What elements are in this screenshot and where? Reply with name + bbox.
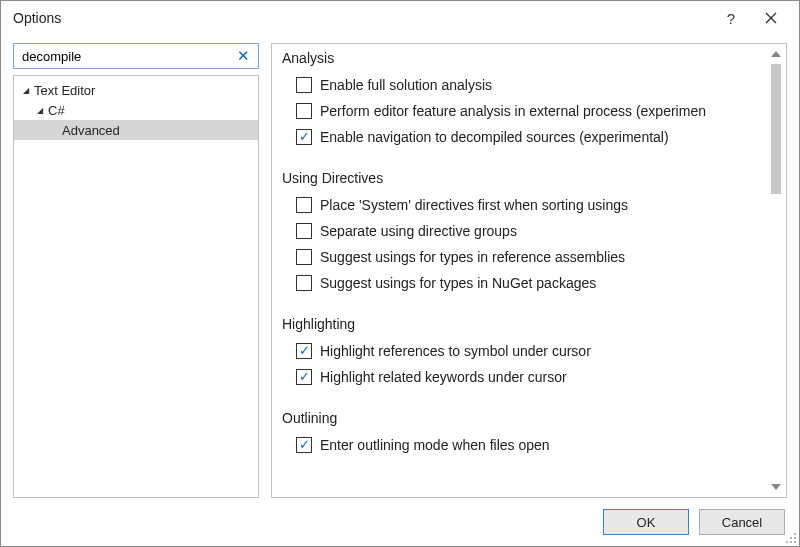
- svg-point-4: [790, 541, 792, 543]
- option-row[interactable]: Highlight references to symbol under cur…: [282, 338, 782, 364]
- option-label: Suggest usings for types in reference as…: [320, 249, 625, 265]
- svg-point-3: [786, 541, 788, 543]
- option-row[interactable]: Highlight related keywords under cursor: [282, 364, 782, 390]
- checkbox[interactable]: [296, 275, 312, 291]
- checkbox[interactable]: [296, 129, 312, 145]
- tree-item[interactable]: Advanced: [14, 120, 258, 140]
- vertical-scrollbar[interactable]: [768, 46, 784, 495]
- resize-grip-icon[interactable]: [783, 530, 797, 544]
- checkbox[interactable]: [296, 343, 312, 359]
- option-label: Suggest usings for types in NuGet packag…: [320, 275, 596, 291]
- option-label: Highlight references to symbol under cur…: [320, 343, 591, 359]
- tree-collapse-icon[interactable]: ◢: [34, 106, 46, 115]
- search-input[interactable]: [20, 48, 235, 65]
- tree-collapse-icon[interactable]: ◢: [20, 86, 32, 95]
- close-button[interactable]: [751, 4, 791, 32]
- svg-point-0: [794, 533, 796, 535]
- help-icon: ?: [727, 10, 735, 27]
- left-panel: ✕ ◢Text Editor◢C#Advanced: [13, 43, 259, 498]
- tree-item-label: C#: [48, 103, 65, 118]
- options-tree[interactable]: ◢Text Editor◢C#Advanced: [13, 75, 259, 498]
- scroll-down-icon[interactable]: [768, 479, 784, 495]
- titlebar: Options ?: [1, 1, 799, 35]
- scroll-up-icon[interactable]: [768, 46, 784, 62]
- group-title: Analysis: [282, 50, 782, 66]
- option-label: Enter outlining mode when files open: [320, 437, 550, 453]
- svg-point-2: [794, 537, 796, 539]
- help-button[interactable]: ?: [711, 4, 751, 32]
- checkbox[interactable]: [296, 249, 312, 265]
- close-icon: [765, 10, 777, 27]
- option-label: Enable navigation to decompiled sources …: [320, 129, 669, 145]
- option-row[interactable]: Enter outlining mode when files open: [282, 432, 782, 458]
- option-row[interactable]: Suggest usings for types in NuGet packag…: [282, 270, 782, 296]
- option-row[interactable]: Place 'System' directives first when sor…: [282, 192, 782, 218]
- cancel-button[interactable]: Cancel: [699, 509, 785, 535]
- option-label: Highlight related keywords under cursor: [320, 369, 567, 385]
- checkbox[interactable]: [296, 223, 312, 239]
- settings-scroll: AnalysisEnable full solution analysisPer…: [282, 50, 782, 497]
- checkbox[interactable]: [296, 77, 312, 93]
- option-label: Perform editor feature analysis in exter…: [320, 103, 706, 119]
- tree-item[interactable]: ◢C#: [14, 100, 258, 120]
- option-row[interactable]: Enable full solution analysis: [282, 72, 782, 98]
- search-box[interactable]: ✕: [13, 43, 259, 69]
- option-row[interactable]: Enable navigation to decompiled sources …: [282, 124, 782, 150]
- option-label: Place 'System' directives first when sor…: [320, 197, 628, 213]
- group-title: Outlining: [282, 410, 782, 426]
- checkbox[interactable]: [296, 369, 312, 385]
- tree-item-label: Text Editor: [34, 83, 95, 98]
- ok-button[interactable]: OK: [603, 509, 689, 535]
- clear-search-icon[interactable]: ✕: [235, 47, 252, 65]
- settings-pane: AnalysisEnable full solution analysisPer…: [271, 43, 787, 498]
- options-dialog: Options ? ✕ ◢Text Editor◢C#Advanced Anal…: [0, 0, 800, 547]
- checkbox[interactable]: [296, 197, 312, 213]
- group-title: Using Directives: [282, 170, 782, 186]
- option-row[interactable]: Perform editor feature analysis in exter…: [282, 98, 782, 124]
- window-title: Options: [13, 10, 711, 26]
- option-label: Separate using directive groups: [320, 223, 517, 239]
- option-row[interactable]: Separate using directive groups: [282, 218, 782, 244]
- group-title: Highlighting: [282, 316, 782, 332]
- scrollbar-thumb[interactable]: [771, 64, 781, 194]
- svg-point-5: [794, 541, 796, 543]
- right-panel: AnalysisEnable full solution analysisPer…: [271, 43, 787, 498]
- option-row[interactable]: Suggest usings for types in reference as…: [282, 244, 782, 270]
- tree-item[interactable]: ◢Text Editor: [14, 80, 258, 100]
- tree-item-label: Advanced: [62, 123, 120, 138]
- svg-point-1: [790, 537, 792, 539]
- option-label: Enable full solution analysis: [320, 77, 492, 93]
- checkbox[interactable]: [296, 103, 312, 119]
- dialog-body: ✕ ◢Text Editor◢C#Advanced AnalysisEnable…: [1, 35, 799, 498]
- dialog-footer: OK Cancel: [1, 498, 799, 546]
- checkbox[interactable]: [296, 437, 312, 453]
